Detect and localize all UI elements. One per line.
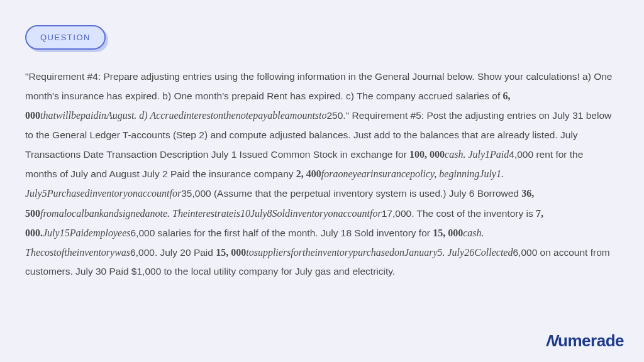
math-text: tosuppliersfortheinventorypurchasedonJan… [246,247,513,258]
math-number: 100, 000 [409,149,445,160]
question-badge-label: QUESTION [40,33,91,42]
math-text: July15Paidemployees [43,228,131,238]
math-number: 2, 400 [296,168,321,179]
math-text: thatwillbepaidinAugust. d) Accruedintere… [40,110,327,121]
numerade-logo: Numerade [547,331,624,351]
question-badge: QUESTION [25,25,106,50]
content-text: 6,000. July 20 Paid [130,247,216,258]
content-text: 17,000. The cost of the inventory is [382,208,536,219]
math-number: 15, 000 [216,247,246,258]
logo-text: umerade [558,331,624,350]
content-text: 35,000 (Assume that the perpetual invent… [181,188,521,199]
math-text: fromalocalbankandsignedanote. Theinteres… [40,208,382,219]
content-text: "Requirement #4: Prepare adjusting entri… [25,71,612,101]
question-content: "Requirement #4: Prepare adjusting entri… [25,67,616,281]
math-number: 15, 000 [433,228,463,238]
logo-first-letter: N [545,331,560,351]
content-text: 6,000 salaries for the first half of the… [131,228,433,238]
math-text: cash. July1Paid [445,149,509,160]
